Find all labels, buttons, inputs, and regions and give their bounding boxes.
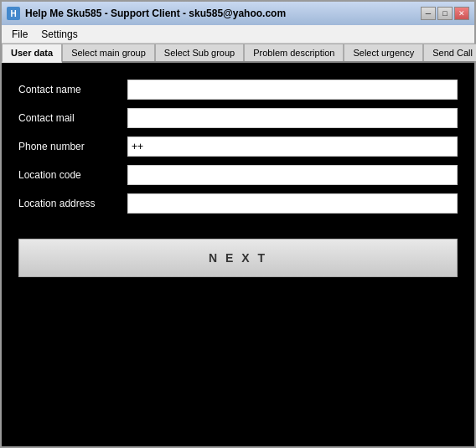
tab-sub-group[interactable]: Select Sub group — [155, 44, 244, 61]
contact-mail-row: Contact mail — [18, 108, 458, 128]
location-address-input[interactable] — [127, 193, 458, 214]
window-controls: ─ □ ✕ — [421, 7, 469, 20]
main-window: H Help Me Sku585 - Support Client - sku5… — [0, 0, 476, 448]
title-bar-left: H Help Me Sku585 - Support Client - sku5… — [7, 7, 286, 20]
next-button[interactable]: N E X T — [18, 239, 458, 277]
location-code-row: Location code — [18, 165, 458, 185]
user-data-form: Contact name Contact mail Phone number L… — [18, 80, 458, 214]
tab-bar: User data Select main group Select Sub g… — [2, 44, 474, 63]
content-area: Contact name Contact mail Phone number L… — [2, 63, 474, 446]
close-button[interactable]: ✕ — [454, 7, 469, 20]
tab-user-data[interactable]: User data — [2, 44, 62, 63]
phone-number-row: Phone number — [18, 136, 458, 157]
contact-mail-input[interactable] — [127, 108, 458, 128]
minimize-button[interactable]: ─ — [421, 7, 436, 20]
location-code-input[interactable] — [127, 165, 458, 185]
tab-send-call[interactable]: Send Call — [423, 44, 476, 61]
contact-name-input[interactable] — [127, 80, 458, 100]
location-address-row: Location address — [18, 193, 458, 214]
location-address-label: Location address — [18, 198, 119, 209]
app-icon: H — [7, 7, 20, 20]
contact-name-label: Contact name — [18, 84, 119, 95]
title-bar: H Help Me Sku585 - Support Client - sku5… — [2, 2, 474, 25]
settings-menu[interactable]: Settings — [34, 27, 84, 42]
maximize-button[interactable]: □ — [437, 7, 453, 20]
window-title: Help Me Sku585 - Support Client - sku585… — [25, 8, 286, 19]
tab-select-urgency[interactable]: Select urgency — [344, 44, 423, 61]
phone-number-label: Phone number — [18, 141, 119, 152]
tab-problem-description[interactable]: Problem description — [244, 44, 344, 61]
location-code-label: Location code — [18, 169, 119, 181]
file-menu[interactable]: File — [5, 27, 34, 42]
phone-number-input[interactable] — [127, 136, 458, 157]
tab-main-group[interactable]: Select main group — [62, 44, 155, 61]
contact-mail-label: Contact mail — [18, 112, 119, 124]
menu-bar: File Settings — [2, 25, 474, 44]
contact-name-row: Contact name — [18, 80, 458, 100]
